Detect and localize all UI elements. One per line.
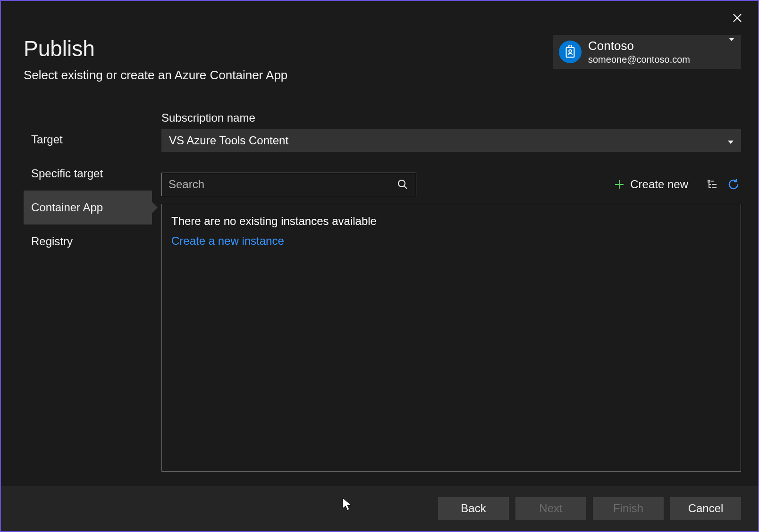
create-new-label: Create new bbox=[630, 178, 688, 191]
svg-line-7 bbox=[405, 186, 407, 189]
svg-rect-10 bbox=[708, 180, 710, 182]
account-name: Contoso bbox=[588, 38, 727, 54]
sidebar-item-label: Specific target bbox=[31, 167, 103, 180]
publish-dialog: Publish Select existing or create an Azu… bbox=[0, 0, 759, 532]
dialog-subtitle: Select existing or create an Azure Conta… bbox=[24, 68, 287, 83]
dialog-body: Target Specific target Container App Reg… bbox=[24, 111, 741, 472]
account-text: Contoso someone@contoso.com bbox=[588, 38, 727, 66]
sidebar-item-target[interactable]: Target bbox=[24, 123, 152, 157]
dialog-header: Publish Select existing or create an Azu… bbox=[24, 36, 287, 83]
svg-point-6 bbox=[398, 180, 405, 187]
close-button[interactable] bbox=[730, 10, 745, 25]
chevron-down-icon bbox=[728, 134, 734, 147]
account-email: someone@contoso.com bbox=[588, 54, 727, 66]
sidebar-item-container-app[interactable]: Container App bbox=[24, 191, 152, 224]
wizard-sidebar: Target Specific target Container App Reg… bbox=[24, 111, 152, 472]
plus-icon bbox=[614, 179, 624, 190]
next-button: Next bbox=[515, 497, 586, 520]
svg-marker-5 bbox=[728, 141, 734, 144]
chevron-down-icon bbox=[729, 38, 734, 42]
tree-icon bbox=[707, 179, 718, 190]
instance-toolbar: Create new bbox=[161, 173, 741, 196]
refresh-button[interactable] bbox=[726, 177, 741, 192]
account-picker[interactable]: Contoso someone@contoso.com bbox=[553, 35, 741, 69]
search-box[interactable] bbox=[161, 173, 416, 196]
tree-view-button[interactable] bbox=[705, 177, 720, 192]
dialog-footer: Back Next Finish Cancel bbox=[1, 486, 758, 531]
refresh-icon bbox=[727, 178, 740, 191]
back-button[interactable]: Back bbox=[438, 497, 509, 520]
search-icon bbox=[393, 179, 416, 190]
empty-message: There are no existing instances availabl… bbox=[171, 215, 731, 228]
dialog-title: Publish bbox=[24, 36, 287, 61]
sidebar-item-label: Registry bbox=[31, 235, 73, 248]
sidebar-item-label: Target bbox=[31, 133, 63, 146]
sidebar-item-label: Container App bbox=[31, 201, 103, 214]
svg-point-3 bbox=[569, 50, 572, 52]
cancel-button[interactable]: Cancel bbox=[670, 497, 741, 520]
subscription-value: VS Azure Tools Content bbox=[169, 134, 288, 147]
create-instance-link[interactable]: Create a new instance bbox=[171, 234, 731, 248]
subscription-label: Subscription name bbox=[161, 111, 741, 125]
svg-marker-4 bbox=[729, 38, 734, 41]
main-panel: Subscription name VS Azure Tools Content bbox=[161, 111, 741, 472]
sidebar-item-specific-target[interactable]: Specific target bbox=[24, 157, 152, 191]
close-icon bbox=[733, 13, 742, 23]
finish-button: Finish bbox=[593, 497, 664, 520]
account-badge-icon bbox=[559, 41, 582, 63]
sidebar-item-registry[interactable]: Registry bbox=[24, 224, 152, 258]
account-dropdown-caret bbox=[727, 35, 741, 42]
instance-list-panel: There are no existing instances availabl… bbox=[161, 204, 741, 472]
create-new-button[interactable]: Create new bbox=[614, 178, 688, 191]
search-input[interactable] bbox=[162, 173, 393, 196]
subscription-dropdown[interactable]: VS Azure Tools Content bbox=[161, 129, 741, 152]
